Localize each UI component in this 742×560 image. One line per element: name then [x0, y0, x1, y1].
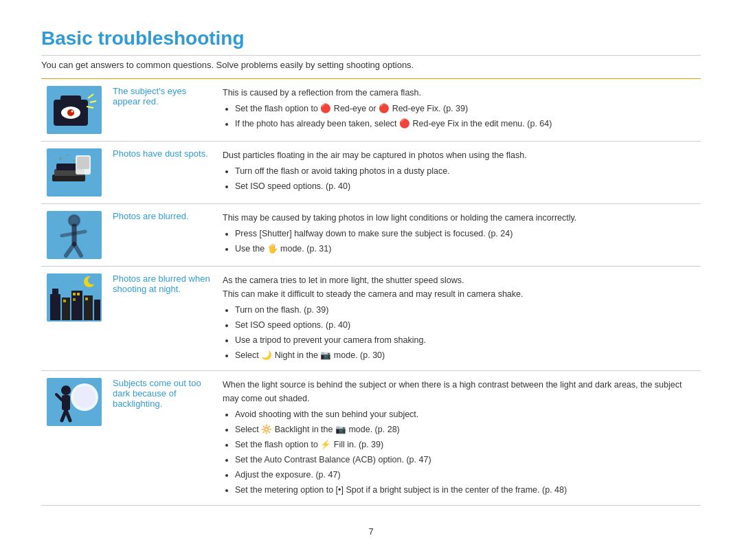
- table-row: Subjects come out too dark because of ba…: [41, 371, 701, 506]
- desc-bullet-item: Select 🌙 Night in the 📷 mode. (p. 30): [235, 348, 695, 362]
- svg-rect-32: [63, 300, 66, 302]
- desc-bullet-item: Set ISO speed options. (p. 40): [235, 179, 695, 193]
- svg-rect-23: [50, 294, 60, 320]
- row-label-dust: Photos have dust spots.: [107, 142, 217, 204]
- row-label-blurred: Photos are blurred.: [107, 204, 217, 267]
- svg-point-15: [74, 160, 76, 162]
- svg-point-38: [61, 385, 71, 395]
- svg-rect-31: [73, 298, 76, 301]
- svg-point-3: [67, 109, 74, 116]
- row-desc-dust: Dust particles floating in the air may b…: [217, 142, 701, 204]
- svg-rect-28: [94, 300, 100, 320]
- desc-bullet-item: Set the flash option to 🔴 Red-eye or 🔴 R…: [235, 102, 695, 115]
- row-label-backlight: Subjects come out too dark because of ba…: [107, 371, 217, 506]
- svg-rect-1: [60, 96, 81, 102]
- row-label-night: Photos are blurred when shooting at nigh…: [107, 267, 217, 371]
- desc-bullets: Press [Shutter] halfway down to make sur…: [235, 227, 695, 256]
- desc-intro: As the camera tries to let in more light…: [223, 273, 695, 287]
- table-row: Photos are blurred.This may be caused by…: [41, 204, 701, 267]
- svg-rect-30: [77, 293, 80, 295]
- table-row: Photos have dust spots.Dust particles fl…: [41, 142, 701, 204]
- desc-bullet-item: Adjust the exposure. (p. 47): [235, 468, 695, 482]
- desc-bullet-item: Use a tripod to prevent your camera from…: [235, 333, 695, 347]
- desc-bullet-item: Avoid shooting with the sun behind your …: [235, 407, 695, 421]
- svg-point-14: [67, 155, 69, 157]
- table-row: Photos are blurred when shooting at nigh…: [41, 267, 701, 371]
- desc-bullet-item: Set the metering option to [•] Spot if a…: [235, 483, 695, 497]
- desc-bullet-item: Set the flash option to ⚡ Fill in. (p. 3…: [235, 438, 695, 451]
- svg-line-6: [90, 101, 96, 102]
- svg-point-37: [74, 386, 95, 408]
- row-image-blurred: [41, 204, 107, 267]
- row-desc-red-eye: This is caused by a reflection from the …: [217, 79, 701, 142]
- desc-bullet-item: Set ISO speed options. (p. 40): [235, 318, 695, 332]
- page-title: Basic troubleshooting: [41, 27, 701, 49]
- svg-line-20: [62, 232, 85, 236]
- svg-rect-39: [62, 395, 70, 410]
- row-image-red-eye: [41, 79, 107, 142]
- svg-point-4: [71, 111, 74, 113]
- row-desc-backlight: When the light source is behind the subj…: [217, 371, 701, 506]
- svg-rect-33: [85, 298, 88, 300]
- desc-bullet-item: Select 🔆 Backlight in the 📷 mode. (p. 28…: [235, 423, 695, 436]
- desc-bullets: Set the flash option to 🔴 Red-eye or 🔴 R…: [235, 102, 695, 131]
- desc-bullet-item: Press [Shutter] halfway down to make sur…: [235, 227, 695, 240]
- svg-point-13: [59, 157, 62, 160]
- row-image-night: [41, 267, 107, 371]
- svg-rect-24: [52, 289, 58, 297]
- row-image-dust: [41, 142, 107, 204]
- desc-bullets: Avoid shooting with the sun behind your …: [235, 407, 695, 497]
- table-row: The subject's eyes appear red.This is ca…: [41, 79, 701, 142]
- desc-intro: This may be caused by taking photos in l…: [223, 211, 695, 225]
- desc-bullet-item: If the photo has already been taken, sel…: [235, 117, 695, 131]
- svg-line-40: [56, 394, 62, 400]
- page-number: 7: [41, 526, 701, 537]
- row-label-red-eye: The subject's eyes appear red.: [107, 79, 217, 142]
- svg-line-5: [88, 94, 93, 98]
- svg-line-42: [66, 410, 70, 421]
- title-divider: [41, 55, 701, 56]
- desc-bullets: Turn off the flash or avoid taking photo…: [235, 164, 695, 193]
- desc-intro: Dust particles floating in the air may b…: [223, 148, 695, 162]
- svg-line-22: [74, 244, 81, 256]
- desc-intro: This is caused by a reflection from the …: [223, 86, 695, 100]
- desc-intro: This can make it difficult to steady the…: [223, 287, 695, 301]
- row-image-backlight: [41, 371, 107, 506]
- row-desc-night: As the camera tries to let in more light…: [217, 267, 701, 371]
- desc-bullet-item: Use the 🖐 mode. (p. 31): [235, 242, 695, 256]
- subtitle: You can get answers to common questions.…: [41, 60, 701, 70]
- svg-rect-12: [77, 157, 89, 169]
- svg-rect-27: [84, 295, 93, 320]
- row-desc-blurred: This may be caused by taking photos in l…: [217, 204, 701, 267]
- svg-rect-29: [73, 293, 76, 295]
- desc-intro: When the light source is behind the subj…: [223, 378, 695, 405]
- troubleshooting-table: The subject's eyes appear red.This is ca…: [41, 79, 701, 506]
- desc-bullet-item: Turn off the flash or avoid taking photo…: [235, 164, 695, 178]
- desc-bullet-item: Set the Auto Contrast Balance (ACB) opti…: [235, 453, 695, 467]
- svg-point-35: [88, 276, 96, 284]
- desc-bullets: Turn on the flash. (p. 39)Set ISO speed …: [235, 303, 695, 362]
- desc-bullet-item: Turn on the flash. (p. 39): [235, 303, 695, 317]
